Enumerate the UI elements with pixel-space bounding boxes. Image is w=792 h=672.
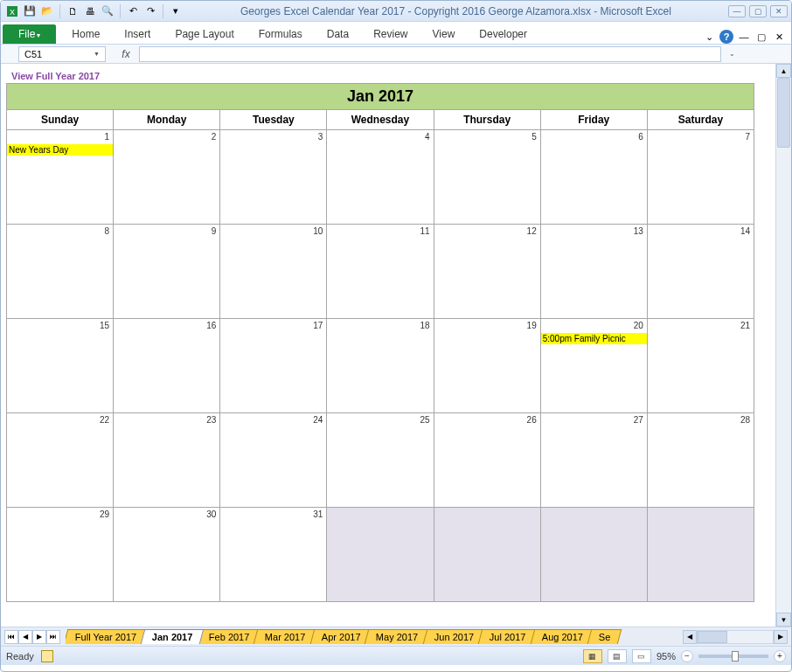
normal-view-button[interactable]: ▦ xyxy=(583,649,602,663)
calendar-day-cell[interactable]: 27 xyxy=(540,413,647,508)
sheet-tab[interactable]: Jan 2017 xyxy=(141,629,205,644)
scroll-thumb[interactable] xyxy=(777,78,790,148)
worksheet-body[interactable]: View Full Year 2017 Jan 2017 Sunday Mond… xyxy=(1,64,775,627)
sheet-tab[interactable]: Aug 2017 xyxy=(530,629,594,644)
undo-icon[interactable]: ↶ xyxy=(125,3,141,19)
help-icon[interactable]: ? xyxy=(719,30,733,44)
hscroll-track[interactable] xyxy=(697,630,774,644)
calendar-day-cell[interactable] xyxy=(647,508,754,602)
tab-view[interactable]: View xyxy=(420,24,468,44)
calendar-day-cell[interactable]: 205:00pm Family Picnic xyxy=(540,319,647,413)
calendar-event[interactable]: 5:00pm Family Picnic xyxy=(541,333,647,344)
tab-page-layout[interactable]: Page Layout xyxy=(163,24,246,44)
calendar-day-cell[interactable]: 12 xyxy=(434,225,540,319)
scroll-track[interactable] xyxy=(776,78,791,613)
calendar-day-cell[interactable]: 21 xyxy=(647,319,754,413)
sheet-tab[interactable]: Full Year 2017 xyxy=(66,629,149,644)
calendar-day-cell[interactable]: 3 xyxy=(220,130,327,225)
name-box[interactable]: C51 ▼ xyxy=(18,46,106,62)
calendar-day-cell[interactable]: 26 xyxy=(434,413,540,508)
tab-nav-last[interactable]: ⏭ xyxy=(46,630,60,644)
calendar-day-cell[interactable]: 15 xyxy=(7,319,114,413)
scroll-up-button[interactable]: ▲ xyxy=(776,64,791,78)
sheet-tab[interactable]: Apr 2017 xyxy=(310,629,372,644)
page-break-view-button[interactable]: ▭ xyxy=(632,649,651,663)
insert-function-button[interactable]: fx xyxy=(116,48,135,60)
tab-developer[interactable]: Developer xyxy=(467,24,539,44)
workbook-restore-icon[interactable]: ▢ xyxy=(754,30,768,44)
excel-icon[interactable]: X xyxy=(4,3,20,19)
sheet-tab[interactable]: Feb 2017 xyxy=(198,629,261,644)
calendar-day-cell[interactable]: 16 xyxy=(114,319,220,413)
calendar-day-cell[interactable]: 7 xyxy=(647,130,754,225)
file-tab[interactable]: File▾ xyxy=(3,24,56,44)
maximize-button[interactable]: ▢ xyxy=(749,5,767,17)
zoom-level[interactable]: 95% xyxy=(657,651,676,662)
tab-nav-first[interactable]: ⏮ xyxy=(4,630,18,644)
hscroll-right-button[interactable]: ▶ xyxy=(774,630,788,644)
calendar-day-cell[interactable]: 31 xyxy=(220,508,327,602)
calendar-day-cell[interactable]: 6 xyxy=(540,130,647,225)
save-icon[interactable]: 💾 xyxy=(22,3,38,19)
calendar-day-cell[interactable]: 29 xyxy=(7,508,114,602)
workbook-minimize-icon[interactable]: ― xyxy=(737,30,751,44)
calendar-day-cell[interactable]: 9 xyxy=(114,225,220,319)
calendar-day-cell[interactable]: 17 xyxy=(220,319,327,413)
print-icon[interactable]: 🖶 xyxy=(82,3,98,19)
scroll-down-button[interactable]: ▼ xyxy=(776,613,791,627)
zoom-slider[interactable] xyxy=(698,655,768,658)
calendar-day-cell[interactable]: 1New Years Day xyxy=(7,130,114,225)
print-preview-icon[interactable]: 🗋 xyxy=(65,3,80,19)
macro-record-icon[interactable] xyxy=(41,650,53,662)
sheet-tab[interactable]: Jun 2017 xyxy=(422,629,485,644)
view-full-year-link[interactable]: View Full Year 2017 xyxy=(6,71,100,83)
calendar-day-cell[interactable]: 5 xyxy=(434,130,540,225)
zoom-out-button[interactable]: − xyxy=(681,650,693,662)
open-icon[interactable]: 📂 xyxy=(39,3,55,19)
tab-insert[interactable]: Insert xyxy=(112,24,163,44)
redo-icon[interactable]: ↷ xyxy=(142,3,158,19)
sheet-tab[interactable]: Se xyxy=(587,629,622,644)
zoom-in-button[interactable]: + xyxy=(774,650,786,662)
calendar-day-cell[interactable] xyxy=(327,508,434,602)
qat-customize-icon[interactable]: ▾ xyxy=(168,3,184,19)
hscroll-left-button[interactable]: ◀ xyxy=(683,630,697,644)
calendar-day-cell[interactable]: 11 xyxy=(327,225,434,319)
sheet-tab[interactable]: May 2017 xyxy=(365,629,430,644)
calendar-day-cell[interactable]: 10 xyxy=(220,225,327,319)
calendar-day-cell[interactable]: 19 xyxy=(434,319,540,413)
calendar-day-cell[interactable]: 23 xyxy=(114,413,220,508)
calendar-day-cell[interactable]: 18 xyxy=(327,319,434,413)
calendar-day-cell[interactable]: 22 xyxy=(7,413,114,508)
tab-nav-prev[interactable]: ◀ xyxy=(18,630,32,644)
calendar-day-cell[interactable]: 30 xyxy=(114,508,220,602)
formula-bar-expand-icon[interactable]: ⌄ xyxy=(725,50,739,58)
workbook-close-icon[interactable]: ✕ xyxy=(772,30,786,44)
tab-data[interactable]: Data xyxy=(315,24,361,44)
ribbon-minimize-icon[interactable]: ⌄ xyxy=(702,30,716,44)
tab-nav-next[interactable]: ▶ xyxy=(32,630,46,644)
horizontal-scrollbar[interactable]: ◀ ▶ xyxy=(683,630,788,644)
calendar-day-cell[interactable]: 2 xyxy=(114,130,220,225)
calendar-day-cell[interactable]: 25 xyxy=(327,413,434,508)
zoom-slider-knob[interactable] xyxy=(732,651,739,662)
calendar-day-cell[interactable]: 8 xyxy=(7,225,114,319)
calendar-day-cell[interactable]: 28 xyxy=(647,413,754,508)
formula-input[interactable] xyxy=(139,46,721,62)
vertical-scrollbar[interactable]: ▲ ▼ xyxy=(775,64,791,627)
calendar-event[interactable]: New Years Day xyxy=(7,144,113,156)
name-box-dropdown-icon[interactable]: ▼ xyxy=(94,51,100,57)
calendar-day-cell[interactable]: 4 xyxy=(327,130,434,225)
calendar-day-cell[interactable] xyxy=(434,508,540,602)
tab-formulas[interactable]: Formulas xyxy=(247,24,315,44)
sheet-tab[interactable]: Jul 2017 xyxy=(478,629,538,644)
hscroll-thumb[interactable] xyxy=(698,631,727,643)
calendar-day-cell[interactable]: 14 xyxy=(647,225,754,319)
close-button[interactable]: ✕ xyxy=(770,5,788,17)
sheet-tab[interactable]: Mar 2017 xyxy=(254,629,317,644)
tab-home[interactable]: Home xyxy=(59,24,112,44)
minimize-button[interactable]: ― xyxy=(728,5,746,17)
calendar-day-cell[interactable]: 24 xyxy=(220,413,327,508)
page-layout-view-button[interactable]: ▤ xyxy=(608,649,627,663)
calendar-day-cell[interactable] xyxy=(540,508,647,602)
